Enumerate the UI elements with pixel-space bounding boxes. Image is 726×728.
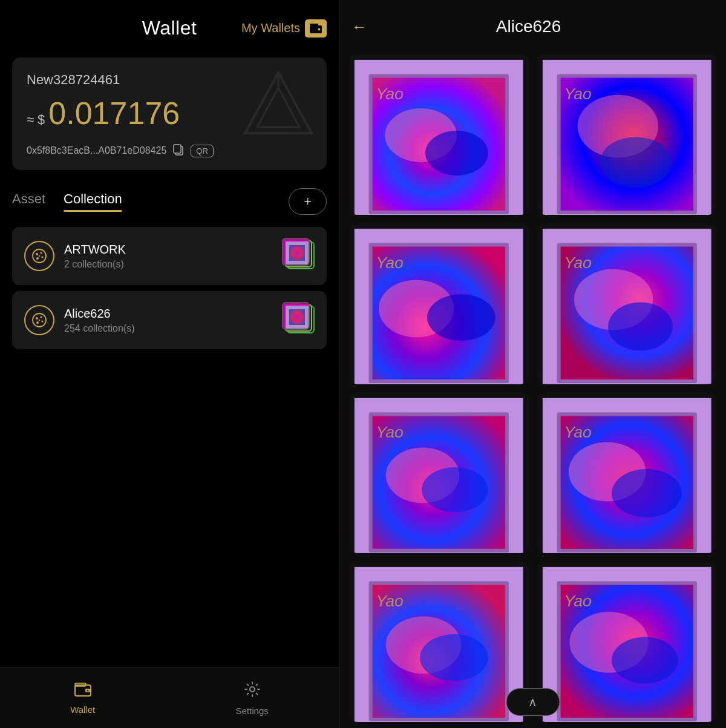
nft-card-5[interactable]: Yao 《风入松》 — [537, 393, 717, 553]
artwork-icon — [24, 241, 54, 271]
copy-icon[interactable] — [172, 143, 185, 158]
nft-card-1[interactable]: Yao 《风入松》 — [537, 54, 717, 215]
wallet-nav-label: Wallet — [70, 704, 95, 715]
wallet-nav-icon — [74, 682, 91, 701]
svg-point-19 — [41, 316, 42, 318]
nft-card-7[interactable]: Yao 《风入松》 — [537, 562, 717, 722]
alice626-count: 254 collection(s) — [64, 323, 269, 334]
nft-image-1: Yao — [537, 54, 717, 215]
wallet-address: 0x5f8Bc3EacB...A0B71eD08425 — [27, 145, 166, 156]
svg-marker-4 — [257, 88, 299, 127]
svg-point-11 — [42, 257, 44, 258]
svg-point-10 — [41, 252, 42, 254]
alice626-icon — [24, 305, 54, 335]
svg-text:Yao: Yao — [376, 423, 403, 441]
svg-rect-16 — [289, 245, 305, 261]
left-header: Wallet My Wallets — [0, 0, 339, 51]
nft-image-0: Yao — [349, 54, 529, 215]
alice626-name: Alice626 — [64, 307, 269, 321]
nft-card-4[interactable]: Yao 《风入松》 — [349, 393, 529, 553]
svg-point-22 — [39, 320, 40, 321]
wallet-balance: 0.017176 — [48, 95, 180, 131]
svg-text:Yao: Yao — [376, 85, 403, 103]
svg-rect-7 — [174, 145, 181, 153]
svg-point-85 — [612, 637, 678, 683]
scroll-up-button[interactable]: ∧ — [506, 688, 560, 716]
svg-rect-25 — [289, 309, 305, 325]
svg-point-78 — [420, 634, 488, 681]
alice626-info: Alice626 254 collection(s) — [64, 307, 269, 334]
svg-point-71 — [612, 469, 682, 517]
wallet-address-row: 0x5f8Bc3EacB...A0B71eD08425 QR — [27, 143, 312, 158]
svg-point-20 — [42, 321, 44, 323]
svg-text:Yao: Yao — [564, 254, 591, 272]
nft-image-3: Yao — [537, 223, 717, 384]
alice626-thumbnail — [278, 302, 315, 338]
nft-card-6[interactable]: Yao 《风入松》 — [349, 562, 529, 722]
collection-item-alice626[interactable]: Alice626 254 collection(s) — [12, 291, 327, 349]
right-panel: ← Alice626 — [339, 0, 726, 728]
svg-text:Yao: Yao — [564, 592, 591, 610]
nft-card-0[interactable]: Yao 《风入松》 — [349, 54, 529, 215]
svg-point-30 — [250, 687, 255, 692]
nft-card-3[interactable]: Yao 《风入松》 — [537, 223, 717, 384]
nft-card-2[interactable]: Yao 《风入松》 — [349, 223, 529, 384]
svg-text:Yao: Yao — [376, 592, 403, 610]
artwork-info: ARTWORK 2 collection(s) — [64, 243, 269, 270]
collection-list: ARTWORK 2 collection(s) — [12, 227, 327, 349]
wallet-icon — [305, 19, 327, 38]
svg-text:Yao: Yao — [564, 85, 591, 103]
svg-point-36 — [425, 131, 488, 175]
svg-point-21 — [36, 321, 39, 324]
svg-point-18 — [36, 317, 38, 320]
svg-text:Yao: Yao — [376, 254, 403, 272]
settings-nav-icon — [244, 681, 261, 702]
svg-point-12 — [36, 257, 39, 260]
svg-point-64 — [422, 467, 488, 512]
nft-image-7: Yao — [537, 562, 717, 722]
tab-collection[interactable]: Collection — [64, 191, 122, 212]
wallet-card: New328724461 ≈ $ 0.017176 0x5f8Bc3EacB..… — [12, 57, 327, 170]
nav-wallet[interactable]: Wallet — [70, 682, 95, 715]
right-title: Alice626 — [367, 17, 690, 36]
scroll-up-icon: ∧ — [528, 695, 537, 709]
svg-point-50 — [427, 294, 495, 341]
nft-image-5: Yao — [537, 393, 717, 553]
svg-point-43 — [600, 137, 672, 187]
dollar-sign: $ — [38, 112, 45, 128]
back-button[interactable]: ← — [352, 18, 367, 36]
artwork-thumbnail — [278, 238, 315, 274]
nav-settings[interactable]: Settings — [236, 681, 269, 716]
my-wallets-label: My Wallets — [241, 21, 300, 35]
bottom-nav: Wallet Settings — [0, 667, 339, 728]
svg-point-2 — [318, 28, 321, 30]
left-panel: Wallet My Wallets New328724461 ≈ — [0, 0, 339, 728]
nft-image-2: Yao — [349, 223, 529, 384]
tab-asset[interactable]: Asset — [12, 191, 45, 212]
collection-item-artwork[interactable]: ARTWORK 2 collection(s) — [12, 227, 327, 285]
approx-sign: ≈ — [27, 112, 34, 128]
wallet-title: Wallet — [142, 17, 197, 39]
add-button[interactable]: + — [289, 188, 327, 215]
svg-point-29 — [87, 689, 88, 691]
svg-text:Yao: Yao — [564, 423, 591, 441]
qr-button[interactable]: QR — [191, 145, 214, 157]
artwork-name: ARTWORK — [64, 243, 269, 257]
right-header: ← Alice626 — [339, 0, 726, 48]
nft-grid: Yao 《风入松》 — [339, 48, 726, 728]
settings-nav-label: Settings — [236, 706, 269, 716]
nft-image-4: Yao — [349, 393, 529, 553]
nft-image-6: Yao — [349, 562, 529, 722]
svg-point-13 — [39, 255, 40, 257]
tabs-row: Asset Collection + — [0, 176, 339, 215]
triangle-watermark — [242, 70, 315, 139]
svg-point-9 — [36, 253, 38, 255]
svg-rect-1 — [310, 24, 318, 25]
my-wallets-button[interactable]: My Wallets — [241, 19, 327, 38]
svg-point-57 — [608, 303, 673, 351]
artwork-count: 2 collection(s) — [64, 259, 269, 270]
